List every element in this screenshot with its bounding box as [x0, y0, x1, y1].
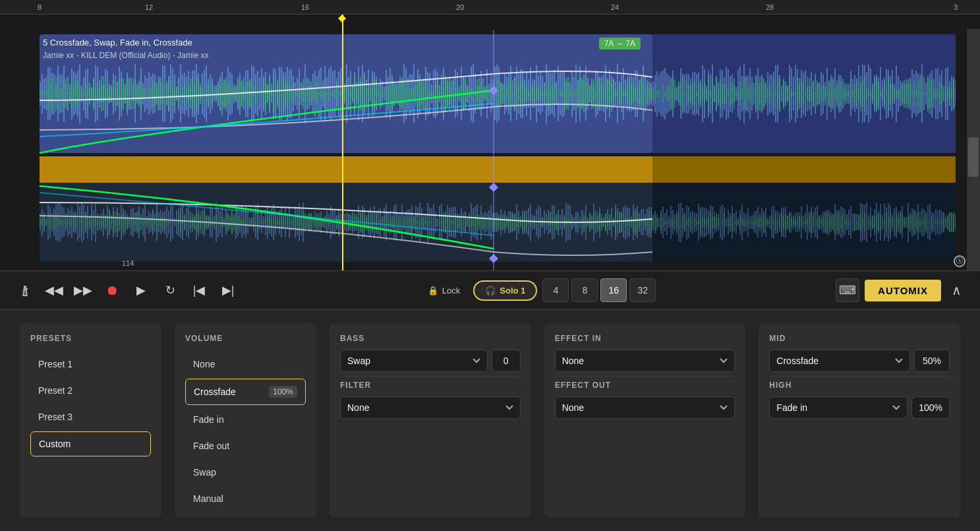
a-symbol: Ⓐ	[954, 255, 966, 267]
ruler-mark-12: 12	[145, 3, 153, 11]
beat-4-button[interactable]: 4	[542, 278, 569, 302]
skip-back-icon: |◀	[193, 283, 206, 297]
track-2-gold	[40, 156, 652, 183]
collapse-icon: ∧	[952, 283, 962, 297]
track-3[interactable]	[40, 183, 652, 262]
track-ext-gold	[652, 156, 956, 183]
filter-select[interactable]: None Crossfade Fade in Fade out Swap	[340, 396, 521, 419]
high-select[interactable]: Fade in None Crossfade Fade out Swap	[769, 396, 908, 419]
lock-button[interactable]: 🔒 Lock	[420, 282, 468, 299]
ruler-mark-24: 24	[611, 3, 619, 11]
metronome-button[interactable]	[13, 278, 37, 302]
filter-select-row: None Crossfade Fade in Fade out Swap	[340, 396, 521, 419]
track-key-badge: 7A → 7A	[599, 38, 641, 49]
transport-bar: ◀◀ ▶▶ ⏺ ▶ ↻ |◀ ▶| 🔒 Lock 🎧 Solo 1 4 8 16…	[0, 270, 980, 310]
effect-in-title: EFFECT IN	[555, 334, 735, 343]
effect-out-section: EFFECT OUT None Echo Flanger Reverb	[555, 381, 735, 419]
high-select-row: Fade in None Crossfade Fade out Swap 100…	[769, 396, 950, 419]
metronome-icon	[18, 284, 32, 297]
ruler-mark-20: 20	[456, 3, 464, 11]
track-1-label: 5 Crossfade, Swap, Fade in, Crossfade	[43, 38, 192, 47]
fast-forward-icon: ▶▶	[74, 283, 92, 297]
bass-filter-panel: BASS Swap None Crossfade Fade in Fade ou…	[330, 323, 531, 518]
beat-8-button[interactable]: 8	[571, 278, 598, 302]
keyboard-button[interactable]: ⌨	[836, 278, 859, 302]
volume-fadeout-option[interactable]: Fade out	[185, 434, 306, 458]
mid-high-panel: MID Crossfade None Fade in Fade out Swap…	[759, 323, 960, 518]
lock-icon: 🔒	[428, 286, 438, 296]
bass-value: 0	[492, 350, 521, 372]
volume-crossfade-label: Crossfade	[194, 387, 236, 397]
effect-in-section: EFFECT IN None Echo Flanger Reverb	[555, 334, 735, 372]
fast-forward-button[interactable]: ▶▶	[71, 278, 95, 302]
volume-manual-option[interactable]: Manual	[185, 487, 306, 511]
preset-custom-item[interactable]: Custom	[30, 431, 151, 456]
volume-crossfade-pct: 100%	[269, 386, 297, 398]
beat-32-button[interactable]: 32	[629, 278, 656, 302]
high-title: HIGH	[769, 381, 950, 390]
record-icon: ⏺	[105, 283, 119, 298]
mid-select-row: Crossfade None Fade in Fade out Swap 50%	[769, 350, 950, 372]
effect-out-select[interactable]: None Echo Flanger Reverb	[555, 396, 735, 419]
mid-high-divider	[769, 376, 950, 377]
effect-in-select[interactable]: None Echo Flanger Reverb	[555, 350, 735, 372]
collapse-button[interactable]: ∧	[946, 280, 967, 301]
high-section: HIGH Fade in None Crossfade Fade out Swa…	[769, 381, 950, 419]
ruler-mark-28: 28	[766, 3, 774, 11]
ruler-mark-8: 8	[38, 3, 42, 11]
filter-section: FILTER None Crossfade Fade in Fade out S…	[340, 381, 521, 419]
preset-3-item[interactable]: Preset 3	[30, 405, 151, 429]
rewind-icon: ◀◀	[45, 283, 63, 297]
play-icon: ▶	[136, 283, 146, 297]
scroll-thumb[interactable]	[968, 137, 979, 177]
mid-select[interactable]: Crossfade None Fade in Fade out Swap	[769, 350, 910, 372]
preset-1-item[interactable]: Preset 1	[30, 352, 151, 376]
position-indicator	[342, 15, 343, 270]
bass-select-row: Swap None Crossfade Fade in Fade out 0	[340, 350, 521, 372]
skip-back-button[interactable]: |◀	[187, 278, 211, 302]
filter-title: FILTER	[340, 381, 521, 390]
volume-fadein-option[interactable]: Fade in	[185, 408, 306, 431]
track-1-sublabel: Jamie xx - KILL DEM (Official Audio) - J…	[43, 51, 208, 60]
volume-crossfade-option[interactable]: Crossfade 100%	[185, 379, 306, 405]
mid-pct: 50%	[914, 350, 950, 372]
bass-filter-divider	[340, 376, 521, 377]
beat-label: 114	[122, 259, 134, 267]
lock-label: Lock	[442, 286, 460, 296]
track-ext-top	[652, 34, 956, 153]
beat-16-button[interactable]: 16	[600, 278, 627, 302]
bass-select[interactable]: Swap None Crossfade Fade in Fade out	[340, 350, 488, 372]
effect-out-select-row: None Echo Flanger Reverb	[555, 396, 735, 419]
waveform-ext-top	[652, 34, 956, 153]
play-button[interactable]: ▶	[129, 278, 153, 302]
bass-title: BASS	[340, 334, 521, 343]
record-button[interactable]: ⏺	[100, 278, 124, 302]
rewind-button[interactable]: ◀◀	[42, 278, 66, 302]
track-area[interactable]: 5 Crossfade, Swap, Fade in, Crossfade Ja…	[0, 15, 980, 270]
volume-none-option[interactable]: None	[185, 352, 306, 376]
scroll-indicator[interactable]	[967, 29, 980, 270]
headphones-icon: 🎧	[485, 286, 496, 296]
preset-2-item[interactable]: Preset 2	[30, 379, 151, 402]
effect-in-out-panel: EFFECT IN None Echo Flanger Reverb EFFEC…	[544, 323, 746, 518]
beat-buttons: 4 8 16 32	[542, 278, 656, 302]
volume-swap-option[interactable]: Swap	[185, 460, 306, 484]
ruler-mark-3: 3	[954, 3, 958, 11]
effect-in-select-row: None Echo Flanger Reverb	[555, 350, 735, 372]
skip-forward-icon: ▶|	[222, 283, 235, 297]
solo-button[interactable]: 🎧 Solo 1	[473, 280, 537, 301]
volume-panel: VOLUME None Crossfade 100% Fade in Fade …	[175, 323, 316, 518]
keyboard-icon: ⌨	[839, 283, 856, 297]
effect-in-out-divider	[555, 376, 735, 377]
loop-button[interactable]: ↻	[158, 278, 182, 302]
skip-forward-button[interactable]: ▶|	[216, 278, 240, 302]
high-pct: 100%	[911, 396, 950, 419]
track-ext-bottom	[652, 183, 956, 262]
bottom-panel: PRESETS Preset 1 Preset 2 Preset 3 Custo…	[0, 310, 980, 531]
mid-title: MID	[769, 334, 950, 343]
automix-button[interactable]: AUTOMIX	[865, 280, 941, 301]
waveform-ext-bottom	[652, 183, 956, 262]
loop-icon: ↻	[165, 283, 175, 297]
timeline-container: 8 12 16 20 24 28 3 5 Crossfade, Swap, Fa…	[0, 0, 980, 270]
ruler-mark-16: 16	[301, 3, 309, 11]
